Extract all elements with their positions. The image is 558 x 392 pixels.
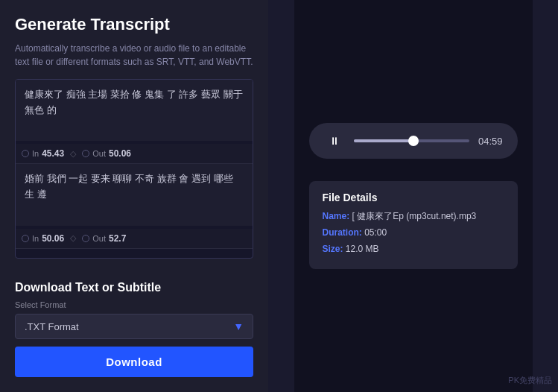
transcript-entry: 健康來了 痴強 主場 菜拾 修 鬼集 了 許多 藝眾 關于 無色 的 In 45… [16,80,253,164]
transcript-text-2[interactable]: 婚前 我們 一起 要来 聊聊 不奇 族群 會 遇到 哪些 生 遵 [16,164,253,225]
download-title: Download Text or Subtitle [15,281,253,294]
out-label-2: Out [92,234,106,243]
file-duration-row: Duration: 05:00 [323,226,504,239]
out-label-1: Out [92,149,106,158]
page-description: Automatically transcribe a video or audi… [15,42,253,69]
progress-bar[interactable] [354,139,469,142]
format-select[interactable]: .TXT Format ▼ [15,314,253,339]
page-title: Generate Transcript [15,15,253,34]
name-label: Name: [323,211,350,221]
right-panel-wrap: ⏸ 04:59 File Details Name: [ 健康來了Ep (mp3… [268,0,558,392]
time-separator-2: ◇ [70,233,76,243]
in-label-1: In [32,149,39,158]
time-out-field-1: Out 50.06 [82,148,131,159]
in-value-2: 50.06 [42,233,64,244]
chevron-down-icon: ▼ [233,320,244,332]
size-label: Size: [323,244,343,254]
left-panel: Generate Transcript Automatically transc… [0,0,268,392]
pause-button[interactable]: ⏸ [324,130,345,151]
progress-fill [354,139,414,142]
download-section: Download Text or Subtitle Select Format … [15,269,253,392]
transcript-text-1[interactable]: 健康來了 痴強 主場 菜拾 修 鬼集 了 許多 藝眾 關于 無色 的 [16,80,253,141]
out-dot-1 [82,150,89,157]
download-button[interactable]: Download [15,347,253,377]
time-row-2: In 50.06 ◇ Out 52.7 [16,229,253,248]
in-dot-2 [22,235,29,242]
out-value-2: 52.7 [109,233,126,244]
duration-value: 05:00 [364,227,387,238]
time-display: 04:59 [478,136,503,147]
duration-label: Duration: [323,227,362,238]
time-in-field-1: In 45.43 [22,148,64,159]
watermark: PK免费精品 [508,375,552,386]
transcript-scroll-area[interactable]: 健康來了 痴強 主場 菜拾 修 鬼集 了 許多 藝眾 關于 無色 的 In 45… [15,79,253,259]
file-details-box: File Details Name: [ 健康來了Ep (mp3cut.net)… [309,181,518,269]
format-selected-value: .TXT Format [25,321,79,332]
out-value-1: 50.06 [109,148,131,159]
progress-thumb [408,136,419,146]
in-value-1: 45.43 [42,148,64,159]
time-out-field-2: Out 52.7 [82,233,126,244]
file-details-title: File Details [323,192,504,203]
in-dot-1 [22,150,29,157]
in-label-2: In [32,234,39,243]
transcript-entry: 婚前 我們 一起 要来 聊聊 不奇 族群 會 遇到 哪些 生 遵 In 50.0… [16,164,253,248]
time-in-field-2: In 50.06 [22,233,64,244]
format-label: Select Format [15,300,253,309]
audio-player: ⏸ 04:59 [309,123,518,159]
name-value: [ 健康來了Ep (mp3cut.net).mp3 [352,211,477,221]
file-name-row: Name: [ 健康來了Ep (mp3cut.net).mp3 [323,209,504,223]
size-value: 12.0 MB [346,244,379,254]
right-panel: ⏸ 04:59 File Details Name: [ 健康來了Ep (mp3… [294,0,533,392]
time-row-1: In 45.43 ◇ Out 50.06 [16,144,253,163]
file-size-row: Size: 12.0 MB [323,242,504,256]
time-separator-1: ◇ [70,149,76,159]
out-dot-2 [82,235,89,242]
